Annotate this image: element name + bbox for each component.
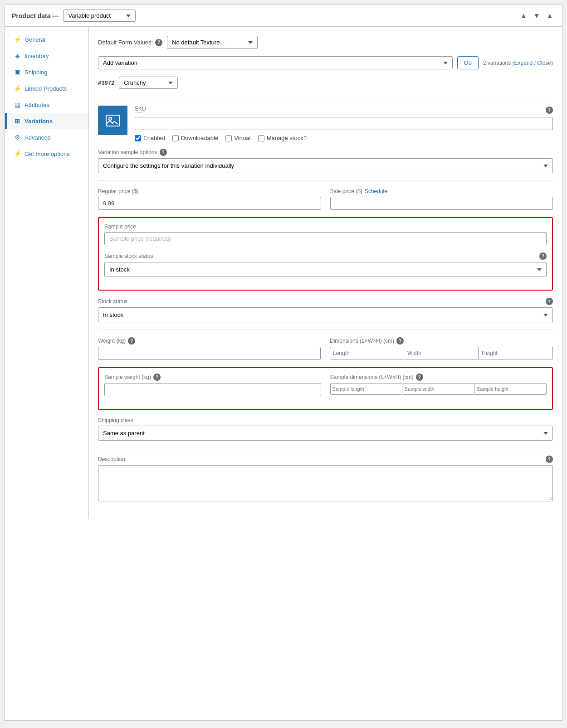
variation-sample-options-select[interactable]: Configure the settings for this variatio… <box>98 158 553 173</box>
sidebar-item-label: Attributes <box>24 102 49 108</box>
virtual-checkbox[interactable] <box>225 135 232 141</box>
add-variation-row: Add variation Go 2 variations (Expand / … <box>98 56 553 69</box>
dimensions-field: Dimensions (L×W×H) (cm) ? <box>330 337 553 360</box>
sample-stock-help-icon[interactable]: ? <box>539 252 547 260</box>
sidebar-item-inventory[interactable]: ◈ Inventory <box>5 48 88 64</box>
weight-dimensions-row: Weight (kg) ? Dimensions (L×W×H) (cm) ? <box>98 337 553 360</box>
sale-price-label: Sale price ($) Schedule <box>330 188 553 194</box>
close-link[interactable]: Close <box>537 60 551 66</box>
sample-options-help-icon[interactable]: ? <box>160 149 167 156</box>
height-input[interactable] <box>479 347 553 359</box>
sample-stock-status-label: Sample stock status ? <box>104 252 547 260</box>
variation-name-select[interactable]: Crunchy <box>119 77 178 89</box>
sidebar-item-label: Shipping <box>24 69 48 76</box>
product-data-title: Product data — <box>12 12 59 19</box>
length-input[interactable] <box>330 347 404 359</box>
sidebar-item-advanced[interactable]: ⚙ Advanced <box>5 129 88 146</box>
sidebar: ⚡ General ◈ Inventory ▣ Shipping ⚡ Linke… <box>5 27 89 519</box>
sidebar-item-shipping[interactable]: ▣ Shipping <box>5 64 88 80</box>
sku-help-icon[interactable]: ? <box>546 107 553 114</box>
enabled-checkbox[interactable] <box>135 135 141 141</box>
link-icon: ⚡ <box>14 85 21 92</box>
default-form-values-row: Default Form Values: ? No default Textur… <box>98 36 553 49</box>
sidebar-item-label: Variations <box>24 118 53 125</box>
sidebar-item-label: Inventory <box>24 53 49 59</box>
stock-status-select[interactable]: In stock <box>98 307 553 322</box>
manage-stock-checkbox[interactable] <box>258 135 264 141</box>
sidebar-item-linked-products[interactable]: ⚡ Linked Products <box>5 80 88 97</box>
variations-icon: ⊞ <box>14 117 21 125</box>
collapse-down-button[interactable]: ▼ <box>531 11 542 21</box>
shipping-class-row: Shipping class Same as parent <box>98 417 553 441</box>
sidebar-item-general[interactable]: ⚡ General <box>5 31 88 48</box>
variation-sample-options-label: Variation sample options ? <box>98 149 553 156</box>
sku-label-row: SKU ? <box>135 106 553 115</box>
variation-sample-options-row: Variation sample options ? Configure the… <box>98 149 553 173</box>
sample-stock-status-row: Sample stock status ? In stock <box>104 252 547 277</box>
sample-price-label: Sample price <box>104 223 547 230</box>
sidebar-item-variations[interactable]: ⊞ Variations <box>5 113 88 129</box>
weight-input[interactable] <box>98 347 321 360</box>
advanced-icon: ⚙ <box>14 134 21 141</box>
downloadable-checkbox[interactable] <box>172 135 179 141</box>
sample-weight-help-icon[interactable]: ? <box>153 374 161 381</box>
divider-3 <box>98 448 553 448</box>
sample-stock-status-select[interactable]: In stock <box>104 262 547 277</box>
weight-label: Weight (kg) ? <box>98 337 321 345</box>
divider-1 <box>98 180 553 181</box>
weight-help-icon[interactable]: ? <box>128 337 135 345</box>
width-input[interactable] <box>405 347 479 359</box>
add-variation-select[interactable]: Add variation <box>98 56 453 69</box>
product-image-button[interactable] <box>98 106 127 135</box>
sidebar-item-label: Linked Products <box>24 85 67 92</box>
inventory-icon: ◈ <box>14 52 21 59</box>
sale-price-input[interactable] <box>330 197 553 210</box>
stock-status-label: Stock status ? <box>98 298 553 305</box>
default-form-label: Default Form Values: ? <box>98 39 162 46</box>
product-data-header: Product data — Variable product ▲ ▼ ▲ <box>5 5 562 27</box>
product-data-panel: Product data — Variable product ▲ ▼ ▲ ⚡ … <box>5 5 562 721</box>
default-texture-select[interactable]: No default Texture... <box>167 36 258 49</box>
downloadable-checkbox-label[interactable]: Downloadable <box>172 135 218 141</box>
product-type-select[interactable]: Variable product <box>63 10 136 22</box>
description-help-icon[interactable]: ? <box>546 456 553 463</box>
regular-price-input[interactable] <box>98 197 321 210</box>
manage-stock-checkbox-label[interactable]: Manage stock? <box>258 135 307 141</box>
sample-length-input[interactable] <box>330 383 402 395</box>
sample-price-input[interactable] <box>104 232 547 245</box>
sidebar-item-label: Get more options <box>24 150 70 157</box>
schedule-link[interactable]: Schedule <box>365 188 387 194</box>
sample-highlighted-section: Sample price Sample stock status ? In st… <box>98 217 553 291</box>
shipping-class-select[interactable]: Same as parent <box>98 426 553 441</box>
sidebar-item-get-more-options[interactable]: ⚡ Get more options <box>5 146 88 162</box>
sidebar-item-label: Advanced <box>24 134 51 141</box>
stock-help-icon[interactable]: ? <box>546 298 553 305</box>
enabled-checkbox-label[interactable]: Enabled <box>135 135 165 141</box>
dimensions-inputs <box>330 347 553 359</box>
sample-weight-dimensions-section: Sample weight (kg) ? Sample dimensions (… <box>98 367 553 410</box>
sample-dimensions-help-icon[interactable]: ? <box>416 374 423 381</box>
sample-weight-dimensions-row: Sample weight (kg) ? Sample dimensions (… <box>104 374 547 396</box>
go-button[interactable]: Go <box>457 56 479 69</box>
default-form-help-icon[interactable]: ? <box>155 39 162 46</box>
virtual-checkbox-label[interactable]: Virtual <box>225 135 251 141</box>
image-placeholder-icon <box>105 112 121 129</box>
expand-link[interactable]: Expand <box>514 60 533 66</box>
sidebar-item-label: General <box>24 36 45 43</box>
sample-width-input[interactable] <box>403 383 474 395</box>
content-area: Default Form Values: ? No default Textur… <box>89 27 562 519</box>
collapse-up-button[interactable]: ▲ <box>518 11 529 21</box>
description-row: Description ? <box>98 456 553 503</box>
description-textarea[interactable] <box>98 465 553 501</box>
sample-weight-input[interactable] <box>104 383 321 396</box>
sample-dimensions-label: Sample dimensions (L×W×H) (cm) ? <box>330 374 547 381</box>
header-left: Product data — Variable product <box>12 10 136 22</box>
variation-header-row: #3972 Crunchy <box>98 77 553 89</box>
sample-weight-field: Sample weight (kg) ? <box>104 374 321 396</box>
sku-input[interactable] <box>135 117 553 130</box>
sample-height-input[interactable] <box>475 383 547 395</box>
sale-price-field: Sale price ($) Schedule <box>330 188 553 210</box>
sidebar-item-attributes[interactable]: ▦ Attributes <box>5 97 88 113</box>
expand-button[interactable]: ▲ <box>544 11 555 21</box>
dimensions-help-icon[interactable]: ? <box>396 337 404 345</box>
